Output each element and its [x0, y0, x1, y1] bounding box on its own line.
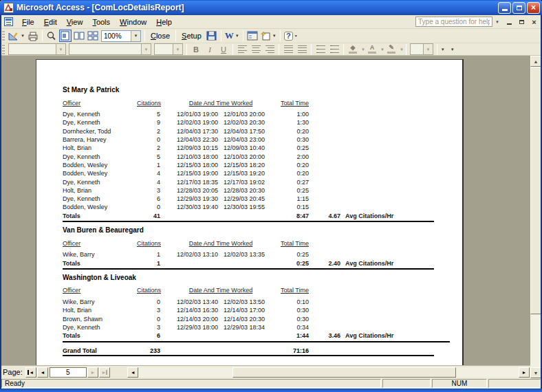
child-restore-button[interactable]	[517, 17, 527, 27]
col-header-date-time-worked: Date And Time Worked	[167, 287, 274, 294]
child-close-button[interactable]: ×	[529, 17, 539, 27]
group-separator-line	[63, 268, 434, 270]
cell-citations: 1	[137, 162, 167, 168]
two-pages-button[interactable]	[73, 30, 85, 42]
cell-end-datetime: 12/28/03 20:30	[224, 187, 265, 194]
increase-indent-button[interactable]	[296, 44, 308, 55]
fill-color-button[interactable]: ◆	[347, 44, 359, 55]
new-object-button[interactable]: ▼	[260, 30, 277, 42]
maximize-button[interactable]	[512, 2, 525, 14]
hscroll-track[interactable]	[139, 367, 519, 378]
menu-item-file[interactable]: File	[17, 17, 39, 28]
col-header-date-time-worked: Date And Time Worked	[167, 240, 274, 247]
toolbar-grip[interactable]	[2, 31, 5, 41]
minimize-button[interactable]	[498, 2, 511, 14]
report-row: Dye, Kenneth 3 12/29/03 18:00 12/29/03 1…	[63, 323, 432, 331]
font-size-combo[interactable]: ▼	[154, 43, 183, 55]
report-row: Dye, Kenneth 4 12/17/03 18:35 12/17/03 1…	[63, 177, 432, 186]
scroll-up-icon[interactable]: ▲	[530, 56, 541, 67]
menu-item-tools[interactable]: Tools	[87, 17, 115, 28]
menu-item-view[interactable]: View	[62, 17, 88, 28]
line-color-button[interactable]: ✎	[385, 44, 398, 55]
setup-button[interactable]: Setup	[178, 32, 205, 40]
toolbar-options-icon[interactable]: ▼	[441, 47, 445, 52]
cell-start-datetime: 12/17/03 18:35	[177, 179, 218, 186]
first-page-button[interactable]: ◄	[25, 367, 36, 378]
menu-item-help[interactable]: Help	[151, 17, 177, 28]
bullets-button[interactable]	[328, 44, 340, 55]
current-page-input[interactable]: 5	[50, 367, 87, 378]
report-groups: St Mary & Patrick Officer Citations Date…	[63, 86, 432, 342]
next-page-button[interactable]: ►	[87, 367, 98, 378]
cell-citations: 3	[137, 307, 167, 314]
vertical-scrollbar[interactable]: ▲ ▼	[530, 56, 541, 378]
cell-total-time: 0:30	[274, 136, 313, 143]
object-select-combo[interactable]: ▼	[8, 43, 66, 55]
report-row: Bodden, Wesley 4 12/15/03 19:00 12/15/03…	[63, 169, 432, 177]
close-button[interactable]: ×	[527, 2, 540, 14]
menu-item-edit[interactable]: Edit	[39, 17, 62, 28]
decrease-indent-button[interactable]	[282, 44, 294, 55]
underline-button[interactable]: U	[217, 44, 230, 55]
help-button[interactable]: ? ▼	[283, 30, 299, 42]
print-button[interactable]	[27, 30, 39, 42]
page-nav-label: Page:	[3, 368, 23, 376]
toolbar-options-icon[interactable]: ▼	[451, 47, 455, 52]
totals-avg-label: Avg Citations/Hr	[345, 332, 393, 339]
status-bar: Ready NUM	[0, 378, 542, 389]
cell-end-datetime: 12/30/03 19:55	[224, 204, 265, 210]
totals-avg-value: 4.67	[313, 213, 340, 219]
one-page-button[interactable]	[59, 30, 72, 42]
totals-time: 0:25	[274, 260, 313, 267]
italic-button[interactable]: I	[204, 44, 216, 55]
cell-start-datetime: 12/02/03 19:00	[177, 119, 218, 126]
publish-word-button[interactable]: W ▼	[224, 30, 240, 42]
zoom-tool-button[interactable]	[45, 30, 58, 42]
child-minimize-button[interactable]	[504, 17, 514, 27]
grand-total-citations: 233	[137, 347, 167, 354]
cell-total-time: 0:10	[274, 298, 313, 305]
group-rows: Dye, Kenneth 5 12/01/03 19:00 12/01/03 2…	[63, 110, 432, 212]
chevron-down-icon: ▼	[400, 47, 404, 52]
menu-item-window[interactable]: Window	[115, 17, 151, 28]
left-arrow-icon: ◄	[40, 370, 45, 375]
question-input[interactable]	[415, 17, 492, 27]
cell-start-datetime: 12/02/03 13:10	[177, 251, 218, 258]
cell-officer: Dye, Kenneth	[63, 324, 137, 331]
close-preview-button[interactable]: Close	[147, 32, 173, 40]
cell-start-datetime: 12/29/03 18:00	[177, 324, 218, 331]
font-color-button[interactable]: A	[366, 44, 378, 55]
align-center-button[interactable]	[250, 44, 262, 55]
multiple-pages-button[interactable]	[87, 30, 99, 42]
formatting-toolbar: ▼ ▼ ▼ B I U ◆ ▼	[0, 43, 542, 56]
report-page[interactable]: St Mary & Patrick Officer Citations Date…	[36, 59, 464, 365]
question-dropdown-icon[interactable]: ▼	[492, 20, 502, 24]
chevron-down-icon: ▼	[131, 31, 140, 41]
bold-button[interactable]: B	[190, 44, 202, 55]
last-page-button[interactable]: ►	[99, 367, 110, 378]
cell-officer: Dye, Kenneth	[63, 195, 137, 202]
vscroll-thumb[interactable]	[530, 67, 541, 314]
right-arrow-icon: ►	[102, 370, 107, 375]
hscroll-thumb[interactable]	[232, 367, 456, 378]
bullets-icon	[330, 45, 339, 53]
group-title: Washington & Liveoak	[63, 274, 432, 283]
hscroll-right-button[interactable]: ►	[519, 367, 530, 378]
font-combo[interactable]: ▼	[69, 43, 151, 55]
prev-page-button[interactable]: ◄	[37, 367, 48, 378]
zoom-level-combo[interactable]: 100% ▼	[101, 30, 141, 42]
status-panel	[488, 379, 541, 388]
line-style-combo[interactable]: ▼	[410, 43, 433, 55]
report-group: Van Buren & Beauregard Officer Citations…	[63, 226, 432, 270]
toolbar-grip[interactable]	[2, 45, 5, 54]
col-header-officer: Officer	[63, 240, 137, 247]
col-header-citations: Citations	[137, 240, 167, 247]
database-window-button[interactable]	[246, 30, 259, 42]
design-view-button[interactable]: ▼	[8, 30, 25, 42]
save-export-button[interactable]	[206, 30, 218, 42]
numbering-button[interactable]	[314, 44, 327, 55]
scroll-down-icon[interactable]: ▼	[530, 367, 541, 378]
align-left-button[interactable]	[236, 44, 248, 55]
align-right-button[interactable]	[263, 44, 276, 55]
hscroll-left-button[interactable]: ◄	[127, 367, 138, 378]
